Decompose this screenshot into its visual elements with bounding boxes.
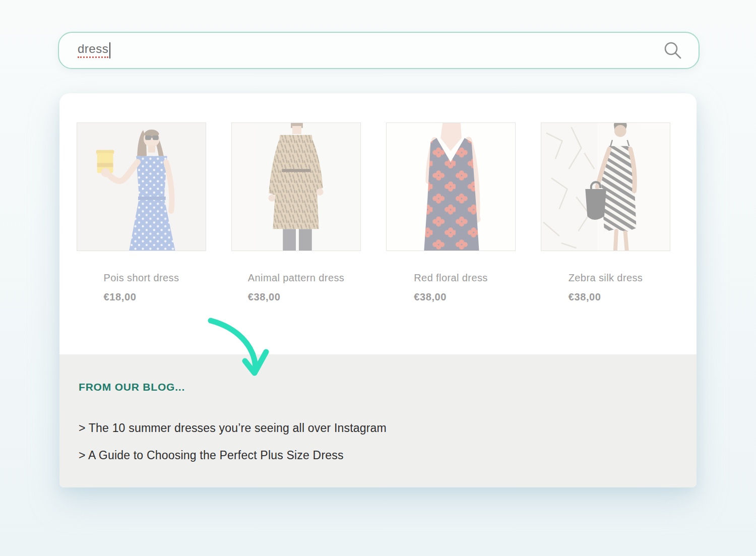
search-results-panel: Pois short dress €18,00 [59, 93, 697, 487]
search-input[interactable]: dress [78, 43, 108, 58]
product-price: €38,00 [569, 291, 643, 303]
search-icon[interactable] [662, 40, 683, 61]
product-name: Zebra silk dress [569, 272, 643, 284]
product-card-pois-short-dress[interactable]: Pois short dress €18,00 [77, 122, 206, 303]
product-image-pois-short-dress [77, 122, 206, 251]
product-price: €38,00 [248, 291, 344, 303]
blog-section: FROM OUR BLOG... > The 10 summer dresses… [59, 354, 697, 487]
blog-link-summer-dresses[interactable]: > The 10 summer dresses you’re seeing al… [79, 421, 676, 435]
product-price: €38,00 [414, 291, 487, 303]
product-name: Animal pattern dress [248, 272, 344, 284]
product-image-animal-pattern-dress [231, 122, 361, 251]
product-name: Pois short dress [104, 272, 179, 284]
product-price: €18,00 [104, 291, 179, 303]
product-grid: Pois short dress €18,00 [77, 122, 670, 303]
blog-heading: FROM OUR BLOG... [79, 381, 676, 393]
blog-link-plus-size-guide[interactable]: > A Guide to Choosing the Perfect Plus S… [79, 449, 676, 462]
search-bar[interactable]: dress [58, 32, 700, 69]
product-image-red-floral-dress [386, 122, 516, 251]
product-card-red-floral-dress[interactable]: Red floral dress €38,00 [386, 122, 516, 303]
product-name: Red floral dress [414, 272, 487, 284]
product-card-zebra-silk-dress[interactable]: Zebra silk dress €38,00 [541, 122, 670, 303]
product-image-zebra-silk-dress [541, 122, 670, 251]
product-card-animal-pattern-dress[interactable]: Animal pattern dress €38,00 [231, 122, 361, 303]
text-cursor [109, 42, 110, 58]
